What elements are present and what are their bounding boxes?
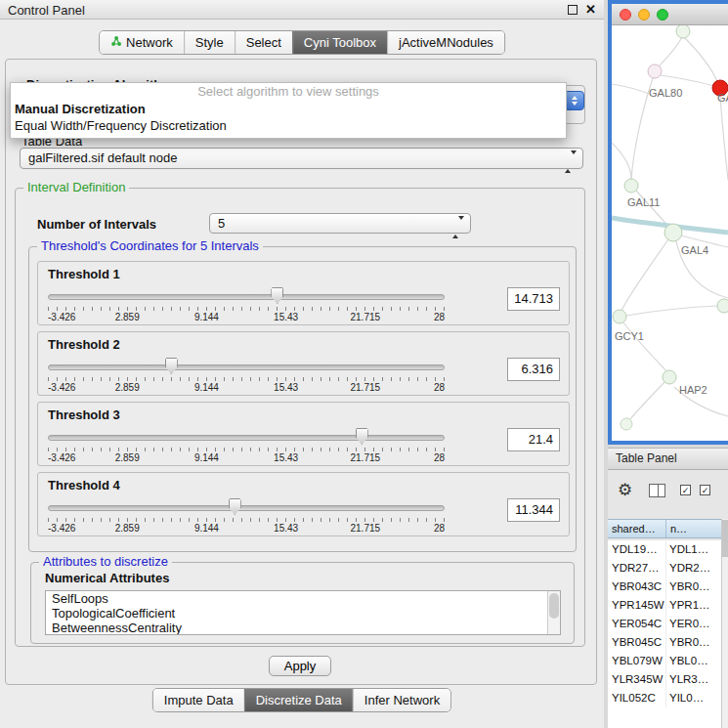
- network-node[interactable]: [624, 179, 638, 193]
- tick-label: 15.43: [274, 312, 298, 322]
- network-node[interactable]: [663, 370, 676, 384]
- network-node[interactable]: [613, 310, 626, 323]
- table-column-header[interactable]: n…: [666, 520, 728, 537]
- tick-label: 28: [434, 382, 445, 393]
- network-edge[interactable]: [657, 35, 683, 68]
- apply-button[interactable]: Apply: [269, 656, 331, 676]
- network-node[interactable]: [717, 299, 728, 313]
- minimize-traffic-icon[interactable]: [638, 9, 650, 21]
- gear-icon[interactable]: ⚙: [618, 480, 632, 500]
- tick-label: 2.859: [115, 452, 140, 463]
- threshold-slider[interactable]: -3.4262.8599.14415.4321.71528: [48, 358, 445, 395]
- numerical-attributes-list[interactable]: SelfLoopsTopologicalCoefficientBetweenne…: [45, 590, 561, 635]
- table-row[interactable]: YBL079WYBL0…: [608, 652, 721, 670]
- threshold-value-field[interactable]: 6.316: [507, 358, 560, 381]
- table-row[interactable]: YBR043CYBR0…: [608, 578, 721, 596]
- attributes-group: Attributes to discretize Numerical Attri…: [30, 562, 575, 644]
- select-columns-checkbox-icon[interactable]: ✓: [700, 485, 710, 495]
- number-of-intervals-value: 5: [218, 216, 225, 231]
- list-scrollbar[interactable]: [547, 591, 560, 634]
- table-column-header[interactable]: shared…: [608, 520, 666, 537]
- tab-impute-data[interactable]: Impute Data: [153, 689, 244, 711]
- network-edge[interactable]: [661, 75, 713, 86]
- table-rows: YDL19…YDL1…YDR27…YDR2…YBR043CYBR0…YPR145…: [608, 540, 721, 728]
- algorithm-option[interactable]: Equal Width/Frequency Discretization: [11, 117, 566, 134]
- threshold-slider[interactable]: -3.4262.8599.14415.4321.71528: [48, 428, 445, 465]
- network-node[interactable]: [621, 418, 632, 430]
- number-of-intervals-combo[interactable]: 5: [209, 213, 471, 234]
- table-row[interactable]: YDL19…YDL1…: [608, 540, 721, 559]
- float-window-icon[interactable]: [568, 5, 578, 15]
- network-node[interactable]: [664, 224, 682, 241]
- attribute-list-item[interactable]: TopologicalCoefficient: [46, 606, 560, 621]
- slider-thumb[interactable]: [356, 428, 368, 445]
- zoom-traffic-icon[interactable]: [657, 9, 668, 21]
- threshold-slider[interactable]: -3.4262.8599.14415.4321.71528: [48, 287, 445, 324]
- table-scrollbar[interactable]: [721, 519, 728, 728]
- table-row[interactable]: YIL052CYIL0…: [608, 689, 721, 707]
- network-edge[interactable]: [621, 239, 668, 311]
- network-edge[interactable]: [612, 84, 649, 94]
- tab-network[interactable]: Network: [100, 31, 184, 54]
- slider-thumb[interactable]: [229, 498, 241, 515]
- close-traffic-icon[interactable]: [620, 9, 631, 21]
- table-row[interactable]: YER054CYER0…: [608, 615, 721, 633]
- threshold-label: Threshold 3: [48, 407, 120, 422]
- threshold-panel: Threshold 1-3.4262.8599.14415.4321.71528…: [37, 261, 570, 325]
- tab-select[interactable]: Select: [235, 31, 292, 54]
- table-row[interactable]: YPR145WYPR1…: [608, 596, 721, 615]
- tab-label: jActiveMNodules: [399, 35, 493, 50]
- network-edge[interactable]: [684, 37, 717, 81]
- attribute-list-item[interactable]: SelfLoops: [46, 591, 560, 606]
- tick-label: 9.144: [194, 312, 219, 322]
- slider-tick-labels: -3.4262.8599.14415.4321.71528: [48, 382, 445, 394]
- slider-thumb[interactable]: [271, 287, 283, 304]
- network-edge[interactable]: [630, 382, 664, 419]
- close-window-icon[interactable]: ✕: [585, 2, 596, 17]
- tick-label: 15.43: [274, 382, 298, 393]
- network-edge[interactable]: [612, 143, 631, 179]
- threshold-value-field[interactable]: 21.4: [507, 428, 560, 451]
- thresholds-group-title: Threshold's Coordinates for 5 Intervals: [37, 238, 263, 253]
- tab-style[interactable]: Style: [184, 31, 235, 54]
- network-edge[interactable]: [720, 96, 728, 180]
- tab-cyni-toolbox[interactable]: Cyni Toolbox: [292, 31, 387, 54]
- select-all-checkbox-icon[interactable]: ✓: [680, 485, 691, 495]
- window-titlebar: Control Panel ✕: [0, 0, 604, 20]
- table-row[interactable]: YDR27…YDR2…: [608, 559, 721, 578]
- network-node[interactable]: [648, 64, 662, 78]
- network-node[interactable]: [676, 25, 690, 38]
- network-node-label: GCY1: [615, 330, 644, 342]
- table-row[interactable]: YBR045CYBR0…: [608, 633, 721, 652]
- slider-ticks: [48, 307, 445, 311]
- table-toolbar: ⚙ ✓ ✓: [608, 470, 728, 519]
- attribute-list-item[interactable]: BetweennessCentrality: [46, 621, 560, 635]
- network-window: GAL80GAGAL11GAL4GCY1HAP2: [612, 4, 728, 441]
- network-edge[interactable]: [626, 306, 718, 316]
- tab-infer-network[interactable]: Infer Network: [353, 689, 450, 711]
- algorithm-dropdown: Select algorithm to view settings Manual…: [10, 82, 567, 139]
- table-data-combo[interactable]: galFiltered.sif default node: [20, 148, 583, 169]
- algorithm-option[interactable]: Manual Discretization: [11, 101, 566, 117]
- table-scrollbar-thumb[interactable]: [722, 520, 728, 557]
- threshold-slider[interactable]: -3.4262.8599.14415.4321.71528: [48, 498, 445, 535]
- tab-jactivemnodules[interactable]: jActiveMNodules: [387, 31, 504, 54]
- tick-label: 9.144: [194, 382, 219, 393]
- tab-discretize-data[interactable]: Discretize Data: [244, 689, 353, 711]
- table-row[interactable]: YLR345WYLR3…: [608, 670, 721, 689]
- tick-label: 28: [434, 523, 445, 534]
- threshold-value-field[interactable]: 11.344: [507, 498, 560, 522]
- list-scrollbar-thumb[interactable]: [549, 593, 559, 619]
- tick-label: 21.715: [351, 523, 381, 534]
- numerical-attributes-label: Numerical Attributes: [45, 571, 169, 585]
- tick-label: -3.426: [48, 312, 75, 322]
- settings-panel: Discretization Algorithm Table Data galF…: [5, 59, 597, 685]
- threshold-label: Threshold 2: [48, 337, 120, 352]
- columns-icon[interactable]: [649, 484, 665, 497]
- algorithm-combo-stepper[interactable]: [564, 91, 584, 110]
- slider-thumb[interactable]: [165, 358, 178, 374]
- threshold-value-field[interactable]: 14.713: [507, 287, 560, 311]
- network-window-titlebar: [612, 4, 728, 25]
- tab-label: Impute Data: [164, 693, 234, 707]
- network-canvas[interactable]: GAL80GAGAL11GAL4GCY1HAP2: [612, 25, 728, 441]
